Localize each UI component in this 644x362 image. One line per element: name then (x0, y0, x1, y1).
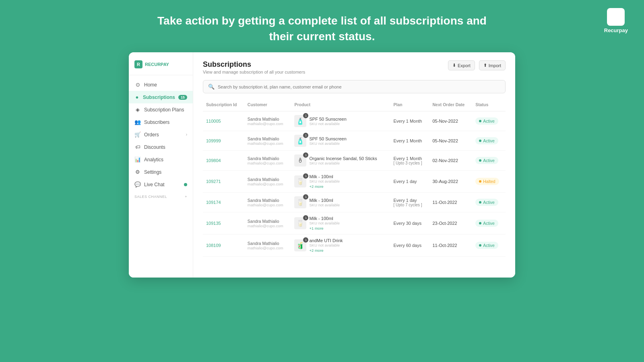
product-name: Milk - 100ml (309, 216, 340, 221)
col-header-status: Status (472, 100, 506, 111)
sidebar-brand: R RECURPAY (129, 59, 193, 75)
col-header-product: Product (291, 100, 390, 111)
product-image: 🧴 1 (294, 115, 306, 127)
sidebar-item-label: Discounts (144, 144, 165, 150)
import-button[interactable]: ⬆ Import (479, 60, 506, 70)
export-icon: ⬇ (452, 63, 456, 68)
orders-icon: 🛒 (134, 132, 141, 138)
settings-icon: ⚙ (134, 169, 141, 175)
sidebar-item-analytics[interactable]: 📊 Analytics (129, 153, 193, 166)
import-icon: ⬆ (483, 63, 487, 68)
customer-name: Sandra Mathialio (248, 241, 288, 246)
plan-text: Every 60 days (394, 243, 426, 248)
status-dot-icon (479, 244, 481, 247)
live-chat-icon: 💬 (134, 181, 141, 187)
product-count-badge: 1 (303, 173, 308, 179)
sidebar-item-subscribers[interactable]: 👥 Subscribers (129, 116, 193, 128)
subscription-id-108109[interactable]: 108109 (206, 243, 221, 248)
search-bar[interactable]: 🔍 (203, 80, 506, 93)
hero-text: Take action by getting a complete list o… (0, 0, 644, 52)
discounts-icon: 🏷 (134, 144, 141, 150)
subscriptions-icon: ● (134, 94, 140, 100)
customer-email: mathialio@cupo.com (248, 203, 288, 207)
status-badge: Active (475, 199, 498, 206)
product-more[interactable]: +2 more (309, 248, 343, 253)
customer-email: mathialio@cupo.com (248, 141, 288, 146)
subscribers-icon: 👥 (134, 119, 141, 125)
product-cell: 🧴 1 SPF 50 Sunscreen SKU not available (294, 135, 387, 147)
next-order-date: 30-Aug-2022 (429, 171, 472, 193)
sidebar-item-label: Subscription Plans (144, 107, 184, 113)
product-more[interactable]: +2 more (309, 184, 340, 189)
product-count-badge: 1 (303, 113, 308, 118)
status-dot-icon (479, 222, 481, 224)
next-order-date: 05-Nov-2022 (429, 131, 472, 151)
product-image: 🥛 1 (294, 217, 306, 229)
next-order-date: 11-Oct-2022 (429, 234, 472, 257)
plans-icon: ◈ (134, 107, 141, 113)
status-badge: Active (475, 137, 498, 144)
sidebar-item-label: Analytics (144, 157, 163, 162)
subscription-id-109271[interactable]: 109271 (206, 179, 221, 184)
subscription-id-109999[interactable]: 109999 (206, 138, 221, 143)
main-content: Subscriptions View and manage subscripti… (193, 52, 515, 278)
table-row: 110005 Sandra Mathialio mathialio@cupo.c… (203, 111, 506, 131)
product-image: 🧴 1 (294, 135, 306, 147)
sidebar-item-discounts[interactable]: 🏷 Discounts (129, 141, 193, 153)
subscription-id-109135[interactable]: 109135 (206, 221, 221, 226)
plan-text: Every 1 Month (394, 156, 426, 161)
product-name: andMe UTI Drink (309, 238, 343, 243)
sales-channel-label: SALES CHANNEL + (129, 191, 193, 200)
col-header-customer: Customer (244, 100, 291, 111)
col-header-subscription-id: Subscription Id (203, 100, 244, 111)
product-image: 🥛 1 (294, 196, 306, 208)
search-input[interactable] (218, 84, 500, 89)
subscription-id-109174[interactable]: 109174 (206, 200, 221, 205)
product-sku: SKU not available (309, 203, 340, 207)
sales-channel-add-icon[interactable]: + (185, 195, 187, 199)
subscription-id-109804[interactable]: 109804 (206, 158, 221, 163)
status-badge: Active (475, 157, 498, 164)
plan-text: Every 1 Month (394, 119, 426, 123)
product-name: Organic Incense Sandal, 50 Sticks (309, 156, 377, 161)
table-row: 109271 Sandra Mathialio mathialio@cupo.c… (203, 171, 506, 193)
customer-email: mathialio@cupo.com (248, 224, 288, 228)
status-badge: Active (475, 242, 498, 249)
search-icon: 🔍 (208, 84, 215, 90)
export-button[interactable]: ⬇ Export (448, 60, 475, 70)
subscription-id-110005[interactable]: 110005 (206, 119, 221, 123)
table-row: 109999 Sandra Mathialio mathialio@cupo.c… (203, 131, 506, 151)
customer-email: mathialio@cupo.com (248, 182, 288, 186)
sidebar-item-subscriptions[interactable]: ● Subscriptions 15 (129, 91, 193, 103)
product-more[interactable]: +1 more (309, 226, 340, 230)
product-cell: 🥛 1 Milk - 100ml SKU not available +1 mo… (294, 216, 387, 230)
sidebar-item-orders[interactable]: 🛒 Orders › (129, 128, 193, 141)
product-count-badge: 1 (303, 237, 308, 243)
sidebar-item-label: Settings (144, 169, 161, 175)
next-order-date: 23-Oct-2022 (429, 212, 472, 234)
page-subtitle: View and manage subscription of all your… (203, 70, 305, 74)
recurpay-logo: 🛍 Recurpay (604, 8, 628, 33)
sidebar-item-settings[interactable]: ⚙ Settings (129, 166, 193, 178)
table-row: 109174 Sandra Mathialio mathialio@cupo.c… (203, 193, 506, 212)
next-order-date: 02-Nov-2022 (429, 151, 472, 171)
plan-cycles: [ Upto 7 cycles ] (394, 203, 426, 207)
status-dot-icon (479, 120, 481, 122)
plan-text: Every 1 day (394, 179, 426, 184)
table-header-row: Subscription Id Customer Product Plan Ne… (203, 100, 506, 111)
subscriptions-badge: 15 (178, 95, 187, 100)
product-cell: 🕯 1 Organic Incense Sandal, 50 Sticks SK… (294, 154, 387, 167)
customer-name: Sandra Mathialio (248, 136, 288, 141)
sidebar-item-subscription-plans[interactable]: ◈ Subscription Plans (129, 103, 193, 116)
customer-name: Sandra Mathialio (248, 198, 288, 203)
sidebar-item-home[interactable]: ⊙ Home (129, 78, 193, 91)
product-sku: SKU not available (309, 179, 340, 183)
product-count-badge: 1 (303, 152, 308, 158)
table-row: 108109 Sandra Mathialio mathialio@cupo.c… (203, 234, 506, 257)
next-order-date: 05-Nov-2022 (429, 111, 472, 131)
logo-icon: 🛍 (607, 8, 625, 26)
sidebar-item-live-chat[interactable]: 💬 Live Chat (129, 178, 193, 191)
status-dot-icon (479, 159, 481, 162)
main-header: Subscriptions View and manage subscripti… (203, 60, 506, 74)
customer-name: Sandra Mathialio (248, 117, 288, 121)
